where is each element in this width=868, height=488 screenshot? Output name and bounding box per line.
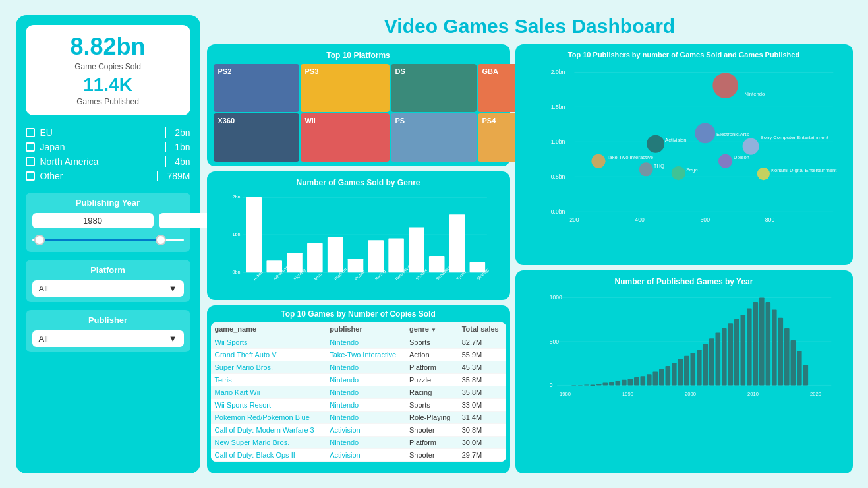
svg-text:Nintendo: Nintendo xyxy=(744,91,765,97)
svg-text:1.0bn: 1.0bn xyxy=(550,138,565,145)
svg-rect-69 xyxy=(590,385,595,386)
svg-rect-73 xyxy=(615,381,620,386)
bubble-taketwo xyxy=(591,154,605,168)
cell-sales: 55.9M xyxy=(458,348,506,361)
svg-rect-81 xyxy=(665,366,670,385)
cell-genre: Action xyxy=(405,348,458,361)
svg-text:600: 600 xyxy=(700,216,710,222)
svg-rect-10 xyxy=(327,237,343,272)
svg-rect-9 xyxy=(307,243,323,272)
year-inputs xyxy=(32,213,184,228)
svg-rect-77 xyxy=(640,377,645,386)
top10-table-title: Top 10 Games by Number of Copies Sold xyxy=(211,309,506,319)
bubble-konami xyxy=(757,167,769,179)
platform-dropdown[interactable]: All ▼ xyxy=(32,280,184,297)
platform-filter: Platform All ▼ xyxy=(26,260,190,302)
tree-ps4: PS4 xyxy=(478,113,517,162)
svg-rect-92 xyxy=(734,319,739,386)
svg-rect-87 xyxy=(703,344,708,386)
tree-ps2: PS2 xyxy=(214,64,299,112)
scatter-chart: 2.0bn 1.5bn 1.0bn 0.5bn 0.0bn 200 400 xyxy=(522,63,846,234)
region-eu[interactable]: EU 2bn xyxy=(26,127,190,138)
japan-checkbox[interactable] xyxy=(26,142,35,152)
games-published-value: 11.4K xyxy=(36,75,181,96)
svg-rect-102 xyxy=(797,351,802,386)
tree-wii: Wii xyxy=(301,113,390,162)
svg-text:Electronic Arts: Electronic Arts xyxy=(716,131,749,137)
year-bar-chart: 1000 500 0 1980 1990 2000 2010 2020 xyxy=(522,290,846,415)
na-checkbox[interactable] xyxy=(26,157,35,166)
svg-rect-94 xyxy=(747,309,752,386)
cell-game: Call of Duty: Black Ops II xyxy=(211,448,326,461)
svg-rect-13 xyxy=(388,238,404,272)
publisher-value: All xyxy=(39,334,48,344)
svg-rect-93 xyxy=(740,315,745,385)
charts-row: Top 10 Platforms PS2 PS3 DS GBA PSP X360… xyxy=(207,44,853,473)
svg-rect-66 xyxy=(571,386,577,386)
range-thumb-right[interactable] xyxy=(156,235,166,245)
japan-value: 1bn xyxy=(175,142,190,152)
page-title: Video Games Sales Dashboard xyxy=(207,15,853,38)
svg-rect-101 xyxy=(790,340,796,385)
cell-publisher: Nintendo xyxy=(326,361,405,373)
other-divider xyxy=(157,171,158,181)
tree-ps: PS xyxy=(391,113,477,162)
publishing-year-filter: Publishing Year xyxy=(26,193,190,252)
cell-sales: 35.8M xyxy=(458,373,506,386)
cell-sales: 29.7M xyxy=(458,448,506,461)
year-from-input[interactable] xyxy=(32,213,154,228)
japan-label: Japan xyxy=(40,142,157,152)
svg-rect-74 xyxy=(622,380,627,386)
eu-label: EU xyxy=(40,127,157,138)
cell-game: New Super Mario Bros. xyxy=(211,436,326,448)
region-other[interactable]: Other 789M xyxy=(26,171,190,181)
svg-text:Activision: Activision xyxy=(665,137,686,143)
publishing-year-label: Publishing Year xyxy=(32,198,184,208)
platform-label: Platform xyxy=(32,265,184,275)
cell-game: Grand Theft Auto V xyxy=(211,348,326,361)
kpi-card: 8.82bn Game Copies Sold 11.4K Games Publ… xyxy=(26,25,190,115)
svg-text:400: 400 xyxy=(635,216,645,222)
cell-genre: Puzzle xyxy=(405,373,458,386)
bubble-sony xyxy=(742,138,759,154)
other-checkbox[interactable] xyxy=(26,171,35,181)
region-north-america[interactable]: North America 4bn xyxy=(26,156,190,167)
svg-rect-12 xyxy=(368,240,384,272)
japan-divider xyxy=(165,142,166,152)
cell-sales: 35.8M xyxy=(458,386,506,398)
bubble-activision xyxy=(647,135,664,152)
cell-game: Wii Sports Resort xyxy=(211,398,326,411)
year-chart-title: Number of Published Games by Year xyxy=(522,277,846,286)
svg-text:2.0bn: 2.0bn xyxy=(550,69,565,75)
cell-game: Call of Duty: Modern Warfare 3 xyxy=(211,423,326,436)
range-thumb-left[interactable] xyxy=(34,235,45,245)
genre-chart-card: Number of Games Sold by Genre 2bn 1bn 0b… xyxy=(207,171,510,300)
svg-rect-70 xyxy=(596,384,602,386)
publisher-filter: Publisher All ▼ xyxy=(26,310,190,352)
region-japan[interactable]: Japan 1bn xyxy=(26,142,190,152)
svg-text:Sega: Sega xyxy=(685,166,698,172)
svg-text:200: 200 xyxy=(569,216,579,222)
svg-rect-100 xyxy=(784,328,790,385)
na-label: North America xyxy=(40,156,157,167)
top10-table: game_name publisher genre ▼ Total sales … xyxy=(211,322,506,462)
treemap-title: Top 10 Platforms xyxy=(214,51,504,60)
top10-table-card: Top 10 Games by Number of Copies Sold ga… xyxy=(207,305,510,473)
publisher-dropdown[interactable]: All ▼ xyxy=(32,330,184,347)
table-row: Mario Kart Wii Nintendo Racing 35.8M xyxy=(211,386,506,398)
eu-divider xyxy=(165,127,166,138)
year-range-slider[interactable] xyxy=(32,233,184,247)
svg-text:0bn: 0bn xyxy=(232,269,240,275)
svg-rect-68 xyxy=(584,385,589,386)
svg-text:Sony Computer Entertainment: Sony Computer Entertainment xyxy=(760,134,828,140)
na-value: 4bn xyxy=(175,156,190,167)
cell-genre: Shooter xyxy=(405,448,458,461)
cell-sales: 30.8M xyxy=(458,423,506,436)
cell-game: Pokemon Red/Pokemon Blue xyxy=(211,411,326,423)
left-panel: 8.82bn Game Copies Sold 11.4K Games Publ… xyxy=(16,15,200,473)
eu-checkbox[interactable] xyxy=(26,128,35,137)
tree-gba: GBA xyxy=(478,64,517,112)
svg-text:2020: 2020 xyxy=(810,391,821,397)
cell-publisher: Activision xyxy=(326,448,405,461)
svg-rect-80 xyxy=(659,369,664,386)
